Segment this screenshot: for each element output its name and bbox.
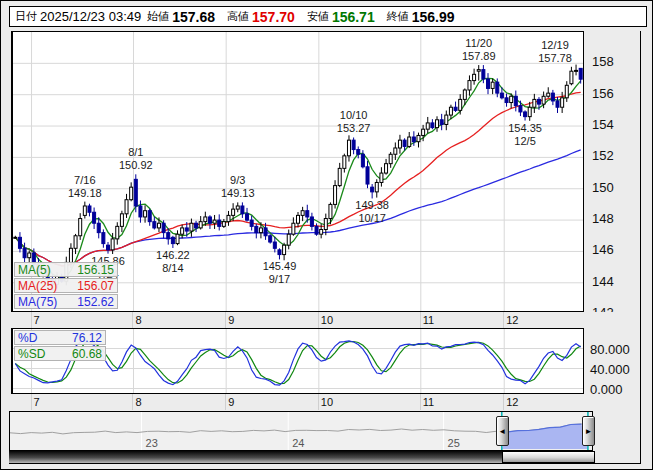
price-tick-label: 148 [592,211,614,226]
month-tick [503,312,504,328]
close-value: 156.99 [412,9,455,25]
month-tick-label: 11 [423,396,434,408]
price-tick-label: 152 [592,148,614,163]
month-tick [420,394,421,410]
month-tick [420,312,421,328]
stochastic-axis-labels: 80.00040.0000.000 [586,328,640,394]
range-navigator[interactable]: 232425 ◄ ► [9,411,593,451]
date-value: 2025/12/23 03:49 [40,9,141,24]
price-tick-label: 150 [592,180,614,195]
month-axis-upper: 789101112 [11,312,640,328]
bottom-divider [9,463,640,464]
month-tick-label: 12 [506,314,518,326]
date-label: 日付 [15,9,37,24]
ma-legend-row: MA(75)152.62 [14,294,118,309]
month-tick [132,394,133,410]
navigator-year-label: 24 [292,437,304,449]
month-tick-label: 12 [506,396,518,408]
ma-value: 156.15 [77,263,114,277]
stochastic-legend: %D76.12%SD60.68 [14,330,106,362]
month-tick [225,312,226,328]
right-divider [640,31,641,464]
quote-header: 日付 2025/12/23 03:49 始値 157.68 高値 157.70 … [9,6,647,27]
ma-value: 152.62 [77,295,114,309]
ma-legend-row: MA(5)156.15 [14,262,118,277]
close-label: 終値 [387,9,409,24]
month-tick [31,312,32,328]
ma-legend: MA(5)156.15MA(25)156.07MA(75)152.62 [14,262,118,310]
stochastic-legend-row: %SD60.68 [14,346,106,361]
stochastic-panel[interactable]: %D76.12%SD60.68 [11,328,584,394]
stochastic-tick-label: 40.000 [590,362,630,377]
high-label: 高値 [227,9,249,24]
low-value: 156.71 [332,9,375,25]
left-arrow-icon: ◄ [498,427,506,436]
horizontal-scrollbar[interactable] [9,451,593,463]
open-label: 始値 [147,9,169,24]
month-tick-label: 8 [135,314,141,326]
price-tick-label: 154 [592,117,614,132]
price-tick-label: 158 [592,54,614,69]
month-tick-label: 7 [34,396,40,408]
ma-label: MA(5) [18,263,51,277]
month-tick [31,394,32,410]
month-tick [503,394,504,410]
month-tick-label: 9 [228,396,234,408]
ma-value: 156.07 [77,279,114,293]
high-value: 157.70 [252,9,295,25]
price-tick-label: 156 [592,86,614,101]
open-value: 157.68 [172,9,215,25]
month-tick-label: 11 [423,314,434,326]
range-handle-right[interactable]: ► [582,416,595,446]
right-arrow-icon: ► [584,427,592,436]
stock-chart-window: 日付 2025/12/23 03:49 始値 157.68 高値 157.70 … [0,0,653,470]
stochastic-value: 60.68 [72,347,102,361]
stochastic-tick-label: 80.000 [590,342,630,357]
month-axis-lower: 789101112 [11,394,640,410]
stochastic-label: %SD [18,347,45,361]
scrollbar-thumb[interactable] [502,451,594,463]
ma-label: MA(25) [18,279,57,293]
navigator-year-label: 25 [448,437,460,449]
low-label: 安値 [307,9,329,24]
month-tick-label: 10 [321,314,333,326]
price-tick-label: 144 [592,274,614,289]
price-chart-panel[interactable]: 7/16149.188/1150.929/3149.1310/10153.271… [11,31,584,312]
stochastic-value: 76.12 [72,331,102,345]
ma-legend-row: MA(25)156.07 [14,278,118,293]
month-tick [318,312,319,328]
month-tick [318,394,319,410]
month-tick-label: 9 [228,314,234,326]
stochastic-legend-row: %D76.12 [14,330,106,345]
month-tick-label: 10 [321,396,333,408]
month-tick-label: 7 [34,314,40,326]
month-tick [132,312,133,328]
ma-label: MA(75) [18,295,57,309]
navigator-year-label: 23 [146,437,158,449]
month-tick [225,394,226,410]
month-tick-label: 8 [135,396,141,408]
price-axis-labels: 158156154152150148146144142 [586,31,636,323]
stochastic-label: %D [18,331,37,345]
price-tick-label: 146 [592,242,614,257]
range-handle-left[interactable]: ◄ [496,416,509,446]
